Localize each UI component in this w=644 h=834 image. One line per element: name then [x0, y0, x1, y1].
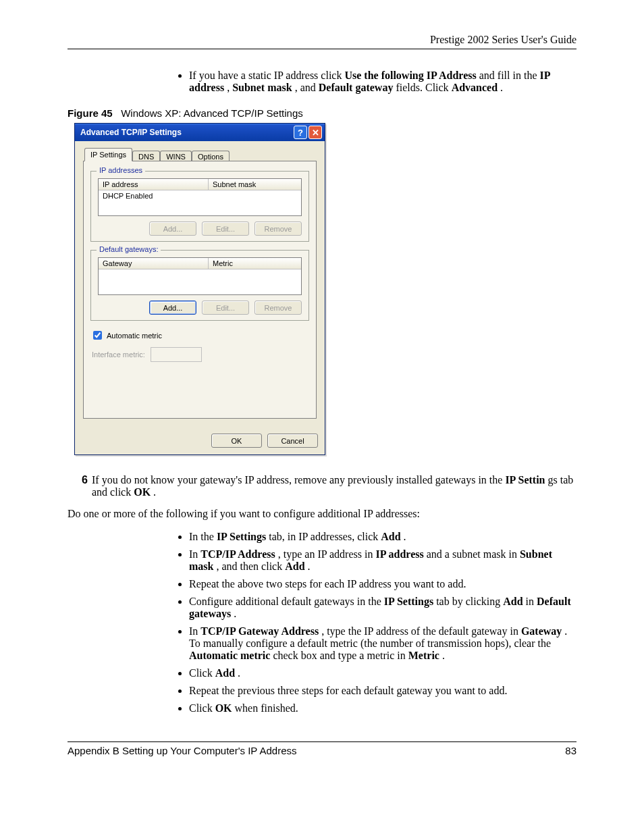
header-guide-title: Prestige 2002 Series User's Guide [68, 34, 576, 46]
paragraph-config-additional: Do one or more of the following if you w… [68, 508, 576, 520]
t: . [238, 667, 240, 679]
t: . [234, 608, 236, 619]
ok-button[interactable]: OK [211, 434, 262, 448]
col-subnet-mask[interactable]: Subnet mask [209, 179, 301, 190]
ip-add-button: Add... [149, 221, 196, 236]
ip-listview[interactable]: IP address Subnet mask DHCP Enabled [98, 178, 302, 216]
t: TCP/IP Gateway Address [200, 625, 319, 637]
t: Automatic metric [189, 650, 270, 661]
tab-ip-settings[interactable]: IP Settings [84, 148, 132, 161]
titlebar[interactable]: Advanced TCP/IP Settings ? ✕ [75, 124, 325, 141]
t: and fill in the [479, 70, 540, 81]
group-gw-legend: Default gateways: [97, 245, 161, 253]
list-item: In TCP/IP Gateway Address , type the IP … [189, 625, 576, 662]
t: TCP/IP Address [200, 548, 275, 560]
t: Advanced [452, 82, 498, 93]
t: In [189, 548, 200, 560]
t: , and then click [216, 561, 285, 572]
interface-metric-label: Interface metric: [92, 350, 145, 359]
ip-remove-button: Remove [254, 221, 302, 236]
t: check box and type a metric in [273, 650, 408, 661]
automatic-metric-row: Automatic metric [90, 329, 309, 342]
t: Gateway [521, 625, 562, 637]
t: Default gateway [319, 82, 394, 93]
t: in [526, 596, 537, 607]
help-icon[interactable]: ? [294, 126, 307, 139]
figure-text: Windows XP: Advanced TCP/IP Settings [121, 107, 303, 119]
t: Configure additional default gateways in… [189, 596, 384, 607]
automatic-metric-checkbox[interactable] [93, 331, 102, 340]
interface-metric-input [151, 347, 202, 362]
intro-bullet-block: If you have a static IP address click Us… [176, 70, 576, 94]
t: IP Settin [505, 474, 545, 486]
group-ip-addresses: IP addresses IP address Subnet mask DHCP… [90, 171, 309, 242]
t: , type an IP address in [278, 548, 376, 560]
list-item: Click OK when finished. [189, 702, 576, 714]
t: Subnet mask [232, 82, 292, 93]
t: . [442, 650, 445, 661]
t: tab by clicking [436, 596, 503, 607]
t: IP Settings [217, 531, 266, 542]
t: Add [503, 596, 522, 607]
tabstrip: IP Settings DNS WINS Options [83, 148, 317, 161]
step-6: 6 If you do not know your gateway's IP a… [68, 474, 576, 498]
t: If you have a static IP address click [189, 70, 344, 81]
t: and a subnet mask in [427, 548, 520, 560]
group-ip-legend: IP addresses [97, 166, 145, 174]
list-item: In the IP Settings tab, in IP addresses,… [189, 531, 576, 543]
t: In the [189, 531, 217, 542]
t: , type the IP address of the default gat… [321, 625, 521, 637]
dialog-title: Advanced TCP/IP Settings [78, 128, 292, 137]
footer-rule [68, 741, 576, 742]
footer-appendix: Appendix B Setting up Your Computer's IP… [68, 745, 296, 756]
t: IP Settings [384, 596, 433, 607]
footer-page-number: 83 [565, 745, 576, 756]
t: . [153, 486, 156, 498]
list-item: Repeat the previous three steps for each… [189, 685, 576, 697]
t: OK [215, 702, 232, 714]
t: . [308, 561, 311, 572]
t: Metric [408, 650, 439, 661]
list-item: Configure additional default gateways in… [189, 596, 576, 620]
t: If you do not know your gateway's IP add… [92, 474, 505, 486]
figure-label: Figure 45 [68, 107, 113, 119]
gw-listview[interactable]: Gateway Metric [98, 257, 302, 295]
ip-edit-button: Edit... [202, 221, 249, 236]
col-ip-address[interactable]: IP address [99, 179, 209, 190]
t: . [404, 531, 406, 542]
list-item: Repeat the above two steps for each IP a… [189, 578, 576, 590]
col-metric[interactable]: Metric [209, 258, 301, 269]
t: , and [295, 82, 319, 93]
t: . [500, 82, 503, 93]
col-gateway[interactable]: Gateway [99, 258, 209, 269]
t: IP address [375, 548, 423, 560]
group-default-gateways: Default gateways: Gateway Metric Add... … [90, 250, 309, 321]
list-item: In TCP/IP Address , type an IP address i… [189, 548, 576, 573]
gw-edit-button: Edit... [202, 301, 249, 315]
tab-panel: IP addresses IP address Subnet mask DHCP… [83, 161, 317, 419]
intro-bullet: If you have a static IP address click Us… [189, 70, 576, 94]
t: Add [215, 667, 235, 679]
automatic-metric-label: Automatic metric [107, 332, 162, 340]
t: Use the following IP Address [344, 70, 476, 81]
xp-dialog: Advanced TCP/IP Settings ? ✕ IP Settings… [74, 123, 325, 455]
gw-add-button[interactable]: Add... [149, 301, 196, 315]
t: OK [134, 486, 151, 498]
t: tab, in IP addresses, click [269, 531, 381, 542]
t: , [227, 82, 232, 93]
list-item: Click Add . [189, 667, 576, 679]
t: when finished. [235, 702, 298, 714]
additional-bullets: In the IP Settings tab, in IP addresses,… [176, 531, 576, 714]
close-icon[interactable]: ✕ [308, 126, 322, 139]
header-rule [68, 49, 576, 49]
ip-row-dhcp[interactable]: DHCP Enabled [99, 190, 301, 201]
cancel-button[interactable]: Cancel [267, 434, 318, 448]
t: Add [285, 561, 304, 572]
t: In [189, 625, 200, 637]
figure-caption: Figure 45 Windows XP: Advanced TCP/IP Se… [68, 107, 576, 119]
t: Add [381, 531, 400, 542]
step-6-number: 6 [68, 474, 88, 498]
t: Click [189, 702, 215, 714]
t: Click [189, 667, 215, 679]
gw-remove-button: Remove [254, 301, 302, 315]
